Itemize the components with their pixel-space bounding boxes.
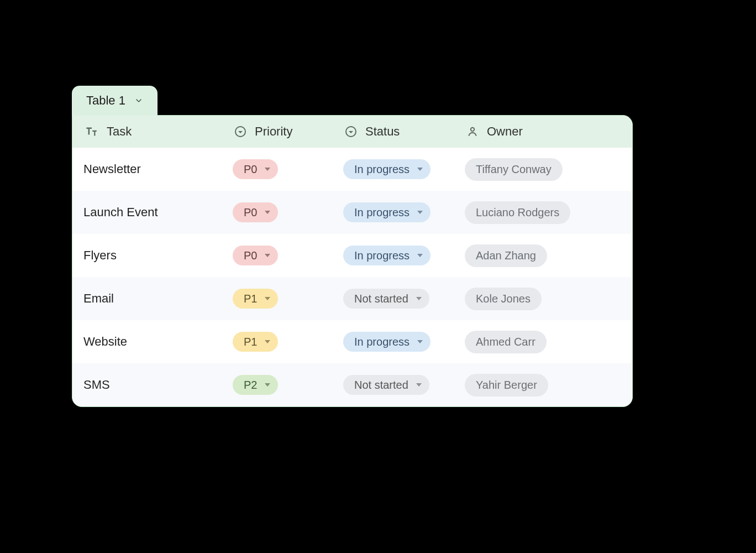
status-chip[interactable]: In progress (343, 202, 431, 222)
table-card: Task Priority Status Owner New (72, 115, 633, 407)
cell-priority: P2 (233, 375, 343, 395)
status-chip[interactable]: In progress (343, 332, 431, 352)
svg-point-2 (471, 128, 474, 131)
table-tab[interactable]: Table 1 (72, 86, 158, 116)
cell-owner: Adan Zhang (465, 244, 620, 267)
column-header-label: Task (107, 124, 132, 139)
priority-chip-label: P1 (244, 336, 257, 347)
priority-chip-label: P0 (244, 250, 257, 261)
priority-chip[interactable]: P1 (233, 289, 278, 309)
owner-chip[interactable]: Yahir Berger (465, 374, 548, 397)
owner-chip[interactable]: Adan Zhang (465, 244, 547, 267)
table-row: WebsiteP1In progressAhmed Carr (72, 320, 632, 363)
owner-chip[interactable]: Tiffany Conway (465, 158, 563, 181)
cell-priority: P0 (233, 202, 343, 222)
status-chip[interactable]: In progress (343, 246, 431, 265)
cell-task[interactable]: Launch Event (72, 205, 233, 220)
table-header-row: Task Priority Status Owner (72, 116, 632, 148)
caret-down-icon (265, 211, 270, 214)
caret-down-icon (417, 211, 423, 214)
caret-down-icon (417, 254, 423, 257)
caret-down-icon (265, 254, 270, 257)
status-chip-label: In progress (354, 336, 410, 347)
priority-chip-label: P0 (244, 164, 257, 175)
dropdown-circle-icon (343, 124, 359, 139)
cell-owner: Luciano Rodgers (465, 201, 620, 224)
caret-down-icon (416, 297, 422, 300)
priority-chip[interactable]: P0 (233, 202, 278, 222)
cell-priority: P1 (233, 289, 343, 309)
priority-chip-label: P2 (244, 379, 257, 390)
caret-down-icon (265, 297, 270, 300)
cell-owner: Kole Jones (465, 288, 620, 310)
cell-task[interactable]: Email (72, 291, 233, 306)
status-chip-label: In progress (354, 207, 410, 218)
caret-down-icon (417, 340, 423, 343)
cell-priority: P1 (233, 332, 343, 352)
cell-status: In progress (343, 332, 465, 352)
cell-task[interactable]: Newsletter (72, 162, 233, 176)
status-chip[interactable]: Not started (343, 375, 429, 395)
cell-status: Not started (343, 289, 465, 309)
caret-down-icon (265, 383, 270, 387)
status-chip-label: Not started (354, 293, 408, 304)
table-row: FlyersP0In progressAdan Zhang (72, 234, 632, 277)
priority-chip[interactable]: P1 (233, 332, 278, 352)
owner-chip[interactable]: Luciano Rodgers (465, 201, 570, 224)
status-chip-label: Not started (354, 379, 408, 390)
priority-chip[interactable]: P0 (233, 159, 278, 179)
table-row: SMSP2Not startedYahir Berger (72, 363, 632, 406)
priority-chip-label: P1 (244, 293, 257, 304)
dropdown-circle-icon (233, 124, 248, 139)
chevron-down-icon (133, 95, 144, 106)
caret-down-icon (265, 168, 270, 171)
column-header-owner[interactable]: Owner (465, 124, 620, 139)
status-chip-label: In progress (354, 164, 410, 175)
priority-chip[interactable]: P2 (233, 375, 278, 395)
cell-priority: P0 (233, 159, 343, 179)
cell-task[interactable]: Website (72, 335, 233, 349)
caret-down-icon (417, 168, 423, 171)
column-header-label: Owner (487, 124, 523, 139)
table-row: EmailP1Not startedKole Jones (72, 277, 632, 320)
column-header-status[interactable]: Status (343, 124, 465, 139)
caret-down-icon (265, 340, 270, 343)
cell-status: In progress (343, 159, 465, 179)
cell-task[interactable]: SMS (72, 378, 233, 392)
owner-chip[interactable]: Ahmed Carr (465, 331, 547, 353)
cell-status: In progress (343, 246, 465, 265)
status-chip[interactable]: Not started (343, 289, 429, 309)
caret-down-icon (416, 383, 422, 387)
cell-owner: Yahir Berger (465, 374, 620, 397)
priority-chip-label: P0 (244, 207, 257, 218)
status-chip[interactable]: In progress (343, 159, 431, 179)
owner-chip[interactable]: Kole Jones (465, 288, 542, 310)
column-header-priority[interactable]: Priority (233, 124, 343, 139)
text-type-icon (83, 124, 99, 139)
cell-owner: Tiffany Conway (465, 158, 620, 181)
cell-owner: Ahmed Carr (465, 331, 620, 353)
cell-priority: P0 (233, 246, 343, 265)
column-header-task[interactable]: Task (72, 124, 233, 139)
table-row: NewsletterP0In progressTiffany Conway (72, 148, 632, 191)
cell-status: In progress (343, 202, 465, 222)
person-icon (465, 124, 480, 139)
table-row: Launch EventP0In progressLuciano Rodgers (72, 191, 632, 234)
status-chip-label: In progress (354, 250, 410, 261)
priority-chip[interactable]: P0 (233, 246, 278, 265)
cell-status: Not started (343, 375, 465, 395)
table-tab-label: Table 1 (86, 93, 125, 108)
column-header-label: Priority (255, 124, 292, 139)
cell-task[interactable]: Flyers (72, 248, 233, 263)
column-header-label: Status (365, 124, 400, 139)
